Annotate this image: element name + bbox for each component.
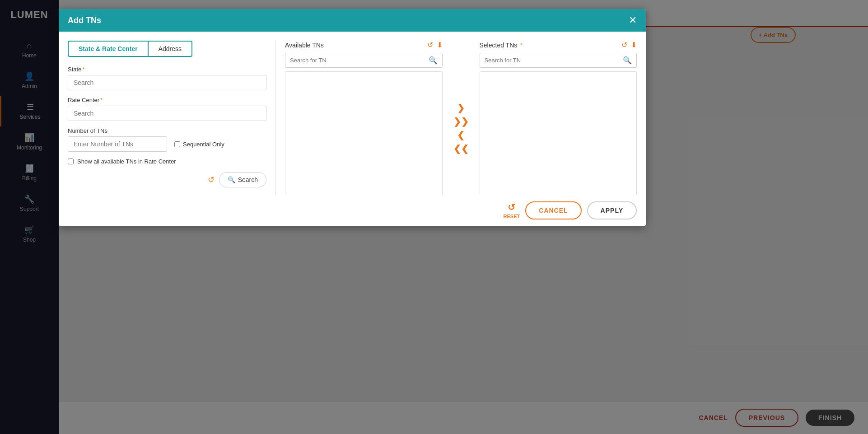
panel-divider [275,41,276,216]
tab-address[interactable]: Address [149,41,192,57]
show-all-label: Show all available TNs in Rate Center [77,158,176,165]
selected-tns-required: * [520,42,522,49]
available-tns-list [285,71,443,216]
sequential-only-label[interactable]: Sequential Only [174,141,224,148]
selected-tns-search-icon: 🔍 [623,56,632,65]
number-of-tns-input[interactable] [68,136,167,152]
reset-icon: ↺ [508,202,515,213]
search-label: Search [238,176,258,183]
available-tns-search-box: 🔍 [285,53,443,68]
selected-tns-header: Selected TNs * ↺ ⬇ [480,41,637,49]
add-tns-modal: Add TNs ✕ State & Rate Center Address St… [59,9,646,226]
rate-center-input[interactable] [68,106,266,121]
state-label: State* [68,66,266,73]
number-of-tns-label: Number of TNs [68,127,266,134]
modal-left-panel: State & Rate Center Address State* Rate … [68,41,266,216]
close-icon[interactable]: ✕ [629,15,637,25]
transfer-left-one-button[interactable]: ❮ [457,131,465,140]
reset-search-button[interactable]: ↺ [208,175,215,185]
show-all-row: Show all available TNs in Rate Center [68,158,266,165]
rate-center-label: Rate Center* [68,97,266,103]
reset-label: RESET [504,214,520,219]
available-tns-header: Available TNs ↺ ⬇ [285,41,443,49]
apply-button[interactable]: APPLY [587,201,637,219]
reset-search-icon: ↺ [208,175,215,184]
available-tns-refresh-icon[interactable]: ↺ [427,41,433,49]
selected-tns-actions: ↺ ⬇ [621,41,637,49]
available-tns-search-input[interactable] [290,57,426,64]
search-row: ↺ 🔍 Search [68,172,266,187]
transfer-right-all-button[interactable]: ❯❯ [453,117,469,126]
available-tns-search-icon: 🔍 [429,56,438,65]
search-icon: 🔍 [228,176,235,183]
tab-row: State & Rate Center Address [68,41,266,57]
available-tns-title: Available TNs [285,42,324,49]
available-tns-actions: ↺ ⬇ [427,41,443,49]
selected-tns-list [480,71,637,216]
selected-tns-title: Selected TNs * [480,42,523,49]
number-row: Sequential Only [68,136,266,152]
rate-center-required: * [100,97,103,103]
cancel-button-modal[interactable]: CANCEL [525,201,581,219]
selected-tns-panel: Selected TNs * ↺ ⬇ 🔍 [480,41,637,216]
available-tns-download-icon[interactable]: ⬇ [437,41,443,49]
tab-state-rate-center[interactable]: State & Rate Center [68,41,149,57]
reset-button[interactable]: ↺ RESET [504,202,520,219]
sequential-only-checkbox[interactable] [174,141,180,147]
selected-tns-search-box: 🔍 [480,53,637,68]
transfer-right-one-button[interactable]: ❯ [457,103,465,112]
selected-tns-search-input[interactable] [485,57,621,64]
search-button[interactable]: 🔍 Search [219,172,266,187]
state-input[interactable] [68,75,266,90]
available-tns-panel: Available TNs ↺ ⬇ 🔍 [285,41,443,216]
selected-tns-refresh-icon[interactable]: ↺ [621,41,627,49]
modal-footer: ↺ RESET CANCEL APPLY [59,195,646,226]
modal-header: Add TNs ✕ [59,9,646,32]
selected-tns-download-icon[interactable]: ⬇ [631,41,637,49]
transfer-controls: ❯ ❯❯ ❮ ❮❮ [450,41,472,216]
transfer-left-all-button[interactable]: ❮❮ [453,144,469,153]
modal-title: Add TNs [68,16,101,25]
state-required: * [82,66,84,73]
show-all-checkbox[interactable] [68,159,74,164]
